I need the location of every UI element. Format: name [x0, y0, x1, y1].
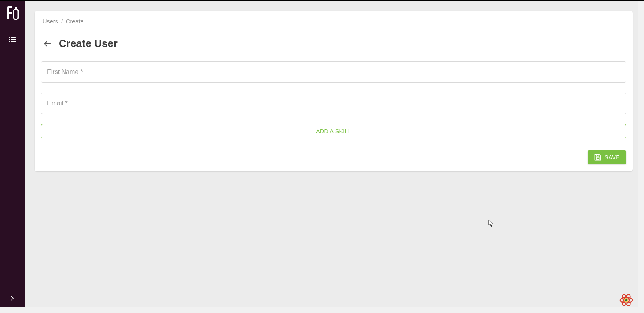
svg-rect-8: [596, 154, 599, 156]
react-query-icon: [619, 292, 634, 308]
breadcrumb-separator: /: [61, 18, 63, 25]
save-button[interactable]: SAVE: [588, 150, 626, 164]
form-card: Users / Create Create User First Name * …: [35, 11, 633, 171]
sidebar-menu-button[interactable]: [8, 35, 17, 45]
list-icon: [8, 35, 17, 44]
first-name-field[interactable]: First Name *: [41, 61, 626, 83]
title-row: Create User: [35, 25, 633, 61]
add-skill-button[interactable]: ADD A SKILL: [41, 124, 626, 138]
breadcrumb: Users / Create: [35, 11, 633, 25]
page-title: Create User: [59, 37, 118, 50]
breadcrumb-current: Create: [66, 18, 84, 25]
vertical-scrollbar[interactable]: [638, 1, 644, 307]
content-area: Users / Create Create User First Name * …: [25, 1, 644, 307]
svg-rect-1: [15, 7, 17, 10]
email-input[interactable]: [47, 100, 620, 107]
svg-point-14: [625, 299, 627, 301]
svg-rect-3: [11, 37, 16, 38]
sidebar-expand-button[interactable]: [0, 292, 25, 304]
save-button-label: SAVE: [605, 154, 620, 161]
svg-rect-5: [11, 39, 16, 40]
first-name-input[interactable]: [47, 68, 620, 76]
sidebar: [0, 1, 25, 307]
email-field[interactable]: Email *: [41, 93, 626, 114]
back-button[interactable]: [43, 39, 52, 49]
svg-rect-2: [9, 37, 10, 38]
devtools-badge[interactable]: [618, 292, 634, 308]
scroll-corner: [638, 307, 644, 313]
form-actions: SAVE: [35, 150, 633, 164]
logo-fo-icon: [6, 5, 19, 21]
arrow-left-icon: [43, 39, 52, 48]
chevron-right-icon: [9, 294, 16, 302]
breadcrumb-root[interactable]: Users: [43, 18, 58, 25]
save-icon: [594, 154, 601, 161]
svg-rect-9: [596, 157, 599, 159]
svg-rect-6: [9, 41, 10, 42]
horizontal-scrollbar[interactable]: [0, 307, 638, 313]
svg-rect-4: [9, 39, 10, 40]
svg-rect-0: [14, 9, 18, 19]
svg-rect-7: [11, 41, 16, 42]
app-logo[interactable]: [6, 5, 19, 21]
form: First Name * Email * ADD A SKILL: [35, 61, 633, 138]
